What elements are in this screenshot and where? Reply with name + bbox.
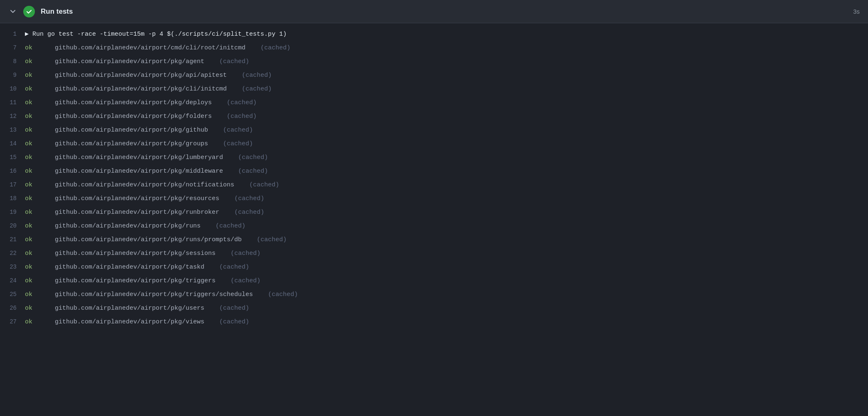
log-line: 10ok github.com/airplanedev/airport/pkg/… bbox=[0, 82, 868, 96]
line-content: ok github.com/airplanedev/airport/pkg/cl… bbox=[25, 83, 868, 95]
line-number: 17 bbox=[0, 179, 25, 191]
run-duration: 3s bbox=[853, 8, 860, 15]
line-number: 20 bbox=[0, 220, 25, 232]
log-line: 16ok github.com/airplanedev/airport/pkg/… bbox=[0, 164, 868, 178]
line-content: ok github.com/airplanedev/airport/pkg/tr… bbox=[25, 289, 868, 301]
log-line: 20ok github.com/airplanedev/airport/pkg/… bbox=[0, 219, 868, 233]
line-number: 7 bbox=[0, 42, 25, 54]
line-number: 18 bbox=[0, 193, 25, 204]
header-left: Run tests bbox=[8, 6, 73, 17]
log-line: 7ok github.com/airplanedev/airport/cmd/c… bbox=[0, 41, 868, 55]
line-number: 13 bbox=[0, 124, 25, 136]
log-line: 1▶ Run go test -race -timeout=15m -p 4 $… bbox=[0, 27, 868, 41]
log-line: 9ok github.com/airplanedev/airport/pkg/a… bbox=[0, 69, 868, 82]
log-line: 15ok github.com/airplanedev/airport/pkg/… bbox=[0, 151, 868, 164]
line-content: ok github.com/airplanedev/airport/pkg/de… bbox=[25, 97, 868, 109]
log-line: 13ok github.com/airplanedev/airport/pkg/… bbox=[0, 123, 868, 137]
line-content: ok github.com/airplanedev/airport/pkg/us… bbox=[25, 303, 868, 314]
line-number: 12 bbox=[0, 110, 25, 122]
line-content: ok github.com/airplanedev/airport/pkg/tr… bbox=[25, 275, 868, 287]
line-content: ok github.com/airplanedev/airport/pkg/gr… bbox=[25, 138, 868, 150]
log-line: 22ok github.com/airplanedev/airport/pkg/… bbox=[0, 247, 868, 260]
log-line: 14ok github.com/airplanedev/airport/pkg/… bbox=[0, 137, 868, 151]
log-line: 25ok github.com/airplanedev/airport/pkg/… bbox=[0, 288, 868, 301]
log-line: 26ok github.com/airplanedev/airport/pkg/… bbox=[0, 301, 868, 315]
log-line: 23ok github.com/airplanedev/airport/pkg/… bbox=[0, 260, 868, 274]
line-content: ok github.com/airplanedev/airport/cmd/cl… bbox=[25, 42, 868, 54]
log-line: 11ok github.com/airplanedev/airport/pkg/… bbox=[0, 96, 868, 110]
line-content: ok github.com/airplanedev/airport/pkg/gi… bbox=[25, 125, 868, 136]
log-line: 24ok github.com/airplanedev/airport/pkg/… bbox=[0, 274, 868, 288]
line-content: ▶ Run go test -race -timeout=15m -p 4 $(… bbox=[25, 29, 287, 40]
line-number: 14 bbox=[0, 138, 25, 149]
line-number: 21 bbox=[0, 234, 25, 245]
line-content: ok github.com/airplanedev/airport/pkg/ru… bbox=[25, 207, 868, 218]
line-number: 10 bbox=[0, 83, 25, 95]
line-content: ok github.com/airplanedev/airport/pkg/se… bbox=[25, 248, 868, 259]
line-number: 11 bbox=[0, 97, 25, 108]
line-content: ok github.com/airplanedev/airport/pkg/no… bbox=[25, 179, 868, 191]
line-content: ok github.com/airplanedev/airport/pkg/fo… bbox=[25, 111, 868, 122]
success-check-icon bbox=[23, 6, 35, 17]
header-bar: Run tests 3s bbox=[0, 0, 868, 23]
line-number: 23 bbox=[0, 261, 25, 273]
line-number: 27 bbox=[0, 316, 25, 328]
log-line: 8ok github.com/airplanedev/airport/pkg/a… bbox=[0, 55, 868, 69]
line-content: ok github.com/airplanedev/airport/pkg/ta… bbox=[25, 262, 868, 273]
line-content: ok github.com/airplanedev/airport/pkg/re… bbox=[25, 193, 868, 205]
line-content: ok github.com/airplanedev/airport/pkg/ag… bbox=[25, 56, 868, 68]
line-number: 19 bbox=[0, 206, 25, 218]
line-number: 22 bbox=[0, 247, 25, 259]
log-line: 27ok github.com/airplanedev/airport/pkg/… bbox=[0, 315, 868, 329]
line-number: 16 bbox=[0, 165, 25, 177]
log-line: 21ok github.com/airplanedev/airport/pkg/… bbox=[0, 233, 868, 247]
run-title: Run tests bbox=[41, 7, 73, 16]
line-number: 9 bbox=[0, 69, 25, 81]
line-number: 24 bbox=[0, 275, 25, 286]
line-content: ok github.com/airplanedev/airport/pkg/ru… bbox=[25, 234, 868, 246]
line-number: 1 bbox=[0, 28, 25, 40]
line-content: ok github.com/airplanedev/airport/pkg/lu… bbox=[25, 152, 868, 164]
log-line: 18ok github.com/airplanedev/airport/pkg/… bbox=[0, 192, 868, 206]
line-number: 8 bbox=[0, 56, 25, 67]
log-line: 19ok github.com/airplanedev/airport/pkg/… bbox=[0, 206, 868, 219]
terminal-output: 1▶ Run go test -race -timeout=15m -p 4 $… bbox=[0, 23, 868, 333]
chevron-down-icon[interactable] bbox=[8, 7, 17, 16]
log-line: 12ok github.com/airplanedev/airport/pkg/… bbox=[0, 110, 868, 123]
line-content: ok github.com/airplanedev/airport/pkg/vi… bbox=[25, 316, 868, 328]
line-number: 15 bbox=[0, 152, 25, 163]
line-content: ok github.com/airplanedev/airport/pkg/ru… bbox=[25, 220, 868, 232]
line-number: 26 bbox=[0, 302, 25, 314]
line-content: ok github.com/airplanedev/airport/pkg/ap… bbox=[25, 70, 868, 81]
line-number: 25 bbox=[0, 289, 25, 300]
log-line: 17ok github.com/airplanedev/airport/pkg/… bbox=[0, 178, 868, 192]
line-content: ok github.com/airplanedev/airport/pkg/mi… bbox=[25, 166, 868, 177]
